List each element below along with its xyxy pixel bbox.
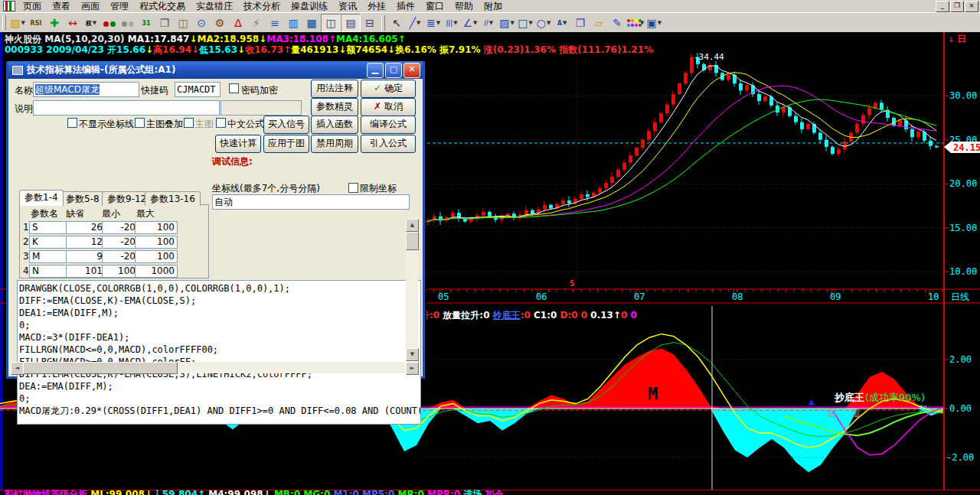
param-cell[interactable]: 100 <box>135 236 178 249</box>
param-cell[interactable]: -20 <box>102 250 139 263</box>
eraser-icon[interactable]: ▱ <box>590 15 608 31</box>
book-icon[interactable]: ◫ <box>174 15 192 31</box>
polyline-icon[interactable]: ≣▼ <box>424 15 443 31</box>
menu-窗口[interactable]: 窗口 <box>420 0 449 12</box>
calendar-icon[interactable]: 31 <box>137 15 155 31</box>
menu-画面[interactable]: 画面 <box>76 0 105 12</box>
tab-参数1-4[interactable]: 参数1-4 <box>19 190 64 206</box>
param-cell[interactable]: M <box>29 250 69 263</box>
menu-程式化交易[interactable]: 程式化交易 <box>134 0 191 12</box>
buy-signal-button[interactable]: 买入信号 <box>263 116 309 134</box>
text-tool-icon[interactable]: A▼ <box>553 15 571 31</box>
menu-技术分析[interactable]: 技术分析 <box>238 0 286 12</box>
candle-view-button[interactable]: ◫ <box>321 14 341 32</box>
param-cell[interactable]: 100 <box>102 265 139 278</box>
rights-adjust-button[interactable]: 权▼ <box>82 15 100 31</box>
toolbar-handle2[interactable] <box>381 15 385 31</box>
pen-lock-icon[interactable]: ✎ <box>608 15 626 31</box>
alarm-bell-icon[interactable]: Δ <box>229 15 247 31</box>
param-cell[interactable]: 12 <box>66 236 106 249</box>
menu-管理[interactable]: 管理 <box>105 0 134 12</box>
tab-参数5-8[interactable]: 参数5-8 <box>60 191 105 206</box>
shortcut-input[interactable]: CJMACDT <box>175 82 220 97</box>
param-cell[interactable]: 101 <box>66 265 106 278</box>
no-axis-checkbox[interactable] <box>67 118 77 128</box>
vertical-lines-icon[interactable]: |||▼ <box>443 15 461 31</box>
trendline-icon[interactable]: ╱▼ <box>406 15 424 31</box>
menu-实盘猎庄[interactable]: 实盘猎庄 <box>191 0 238 12</box>
scroll-down-button[interactable]: ▼ <box>406 348 419 361</box>
save-icon[interactable]: ▣▼ <box>645 15 663 31</box>
gray-lights-icon[interactable] <box>119 15 137 31</box>
move-cross-icon[interactable]: ✚ <box>45 15 64 31</box>
param-wizard-button[interactable]: 参数精灵 <box>311 98 358 116</box>
param-cell[interactable]: S <box>29 221 69 234</box>
minichart-view-button[interactable]: ⊟ <box>361 15 379 31</box>
vscroll-thumb[interactable] <box>406 232 419 250</box>
indicator-value[interactable]: 抄底王 <box>493 310 521 321</box>
menu-外挂[interactable]: 外挂 <box>362 0 391 12</box>
param-cell[interactable]: 100 <box>135 221 178 234</box>
mainpic-checkbox[interactable] <box>184 118 194 128</box>
copy-tool-icon[interactable]: ❐ <box>571 15 590 31</box>
param-cell[interactable]: 100 <box>135 250 178 263</box>
copy-pages-icon[interactable]: ❐ <box>155 15 174 31</box>
chinese-checkbox[interactable] <box>216 118 226 128</box>
param-cell[interactable]: 1000 <box>135 265 178 278</box>
dialog-minimize-button[interactable]: ▁ <box>367 63 384 78</box>
rsi-button[interactable]: RSI <box>27 15 45 31</box>
insert-function-button[interactable]: 插入函数 <box>311 116 358 134</box>
dialog-title-bar[interactable]: 技术指标算法编辑-(所属公式组:A1) ▁ ▢ ✕ <box>8 61 423 79</box>
hscroll-thumb[interactable] <box>23 362 178 374</box>
axis-line-input[interactable]: 自动 <box>212 194 410 210</box>
quick-calc-button[interactable]: 快速计算 <box>215 135 261 153</box>
menu-附加[interactable]: 附加 <box>479 0 508 12</box>
formula-code-editor[interactable]: DRAWGBK(CLOSE,COLORRGB(1,0,0),COLORRGB(1… <box>17 280 421 425</box>
param-cell[interactable]: 9 <box>66 250 106 263</box>
usage-note-button[interactable]: 用法注释 <box>311 80 358 98</box>
scroll-left-button[interactable]: ◄ <box>11 362 24 375</box>
window-restore-button[interactable]: ❐ <box>950 1 964 12</box>
window-minimize-button[interactable]: _ <box>936 1 949 12</box>
window-close-button[interactable]: × <box>965 1 978 12</box>
menu-插件[interactable]: 插件 <box>391 0 420 12</box>
bar-width-icon[interactable]: ↔ <box>64 15 82 31</box>
palette-dots-icon[interactable]: ▼ <box>626 15 645 31</box>
tools-gear-icon[interactable]: ⚙ <box>211 15 229 31</box>
tab-参数13-16[interactable]: 参数13-16 <box>145 191 201 206</box>
limit-axis-checkbox[interactable] <box>348 183 358 193</box>
plug-icon[interactable]: ⚡ <box>247 15 266 31</box>
compile-button[interactable]: 编译公式 <box>361 116 416 134</box>
overlay-checkbox[interactable] <box>135 118 145 128</box>
password-checkbox[interactable] <box>229 83 239 93</box>
scroll-right-button[interactable]: ► <box>406 362 419 375</box>
rectangle-icon[interactable]: □▼ <box>516 15 534 31</box>
align-lines-icon[interactable]: ≡ <box>266 15 284 31</box>
hatch-icon[interactable]: ▨▼ <box>498 15 516 31</box>
cancel-button[interactable]: ✗ 取消 <box>361 98 416 116</box>
ok-button[interactable]: ✓ 确定 <box>361 80 416 98</box>
apply-to-chart-button[interactable]: 应用于图 <box>263 135 309 153</box>
grid-view-button[interactable]: ▦ <box>302 15 321 31</box>
menu-查看[interactable]: 查看 <box>47 0 76 12</box>
menu-帮助[interactable]: 帮助 <box>449 0 479 12</box>
import-formula-button[interactable]: 引入公式 <box>361 135 416 153</box>
param-cell[interactable]: K <box>29 236 69 249</box>
traffic-lights-icon[interactable] <box>100 15 119 31</box>
columns-icon[interactable]: ▥ <box>284 15 302 31</box>
scroll-up-button[interactable]: ▲ <box>406 219 419 232</box>
ellipse-icon[interactable]: ○▼ <box>534 15 553 31</box>
kline-view-button[interactable]: ▤ <box>341 14 361 32</box>
channel-icon[interactable]: //▼ <box>479 15 498 31</box>
param-cell[interactable]: 26 <box>66 221 106 234</box>
disable-period-button[interactable]: 禁用周期 <box>311 135 358 153</box>
dialog-maximize-button[interactable]: ▢ <box>385 63 402 78</box>
param-cell[interactable]: -20 <box>102 236 139 249</box>
cursor-icon[interactable]: ↖ <box>387 15 406 31</box>
toolbar-handle[interactable] <box>2 15 6 31</box>
param-cell[interactable]: N <box>29 265 69 278</box>
dialog-close-button[interactable]: ✕ <box>403 63 420 78</box>
desc-input[interactable] <box>33 100 220 116</box>
open-folder-icon[interactable]: ▨▼ <box>8 15 27 31</box>
menu-页面[interactable]: 页面 <box>18 0 47 12</box>
